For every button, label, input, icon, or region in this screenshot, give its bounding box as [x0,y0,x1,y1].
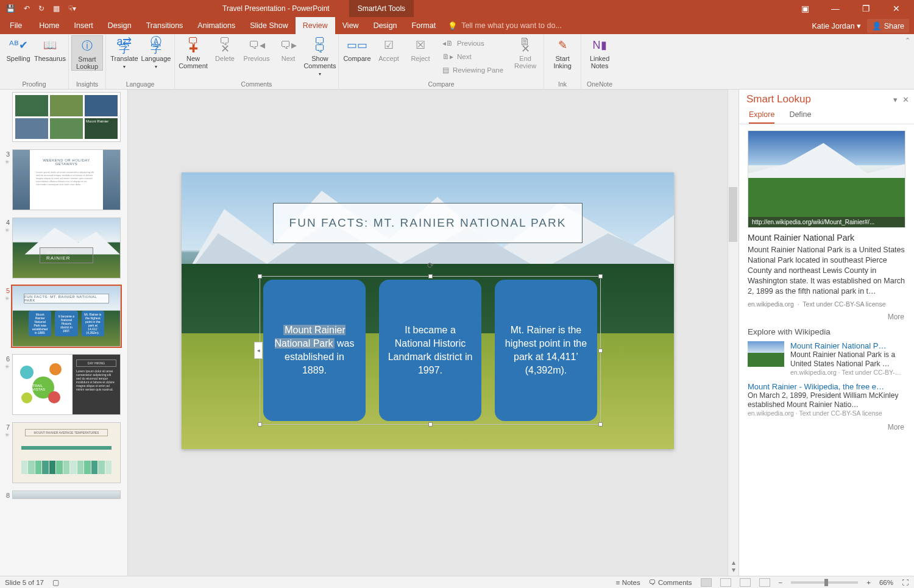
thumb-slide-3[interactable]: WEEKEND OR HOLIDAY GETAWAYS Lorem ipsum … [12,149,121,210]
start-from-beginning-icon[interactable]: ▦ [53,4,60,13]
quick-access-toolbar: 💾 ↶ ↻ ▦ ☟▾ [0,4,82,13]
result-source: en.wikipedia.org · Text under CC-BY-SA l… [748,300,905,308]
pane-close-icon[interactable]: ✕ [902,95,909,104]
more-link[interactable]: More [749,423,904,431]
text-pane-toggle[interactable]: ◂ [254,342,263,359]
wiki-title: Mount Rainier National P… [790,341,905,350]
tab-smartart-format[interactable]: Format [405,17,444,34]
smartart-card-2[interactable]: It became a National Historic Landmark d… [379,280,481,421]
tab-review[interactable]: Review [296,17,335,34]
comments-button[interactable]: 🗨 Comments [649,579,692,586]
smart-lookup-button[interactable]: ⓘSmart Lookup [71,35,103,71]
pane-options-icon[interactable]: ▾ [893,95,898,104]
reading-view-icon[interactable] [740,578,751,587]
user-name[interactable]: Katie Jordan ▾ [812,21,861,30]
thumb-number: 3✳ [2,149,10,210]
rotate-handle-icon[interactable]: ⟳ [427,261,434,270]
start-inking-button[interactable]: ✎Start Inking [547,35,578,69]
new-comment-button[interactable]: 🗨✚New Comment [177,35,209,69]
compare-next-button[interactable]: 🗎▸Next [439,50,507,63]
smartart-card-1[interactable]: Mount Rainier National Park was establis… [263,280,366,421]
tab-smartart-design[interactable]: Design [366,17,405,34]
result-heading[interactable]: Mount Rainier National Park [748,233,905,243]
fit-to-window-icon[interactable]: ⛶ [902,579,909,586]
thumb-slide-8[interactable] [12,491,121,499]
tab-animations[interactable]: Animations [190,17,243,34]
ink-icon: ✎ [554,37,571,54]
lookup-tabs: Explore Define [739,107,914,124]
group-proofing: ᴬᴮ✔Spelling 📖Thesaurus Proofing [0,34,69,89]
tab-explore[interactable]: Explore [749,110,774,124]
close-icon[interactable]: ✕ [882,4,910,13]
thumb-slide-5[interactable]: FUN FACTS: MT. RAINIER NATIONAL PARK Mou… [12,286,121,347]
minimize-icon[interactable]: — [821,4,849,13]
reviewing-pane-button[interactable]: ▤Reviewing Pane [439,63,507,77]
compare-button[interactable]: ▭▭Compare [341,35,373,62]
tab-home[interactable]: Home [32,17,66,34]
undo-icon[interactable]: ↶ [24,4,30,13]
lightbulb-icon: 💡 [448,21,458,30]
vertical-scrollbar[interactable]: ▴▾ [728,90,739,576]
translate-button[interactable]: a⇄字Translate▾ [108,35,140,71]
next-comment-button[interactable]: 🗨▸Next [272,35,304,62]
translate-icon: a⇄字 [116,37,133,54]
wiki-result-2[interactable]: Mount Rainier - Wikipedia, the free e… O… [748,382,905,417]
zoom-in-icon[interactable]: + [866,579,871,586]
thumb-slide-2[interactable]: Mount Rainier [12,92,121,142]
ribbon-display-options-icon[interactable]: ▣ [791,4,819,13]
tab-transitions[interactable]: Transitions [139,17,191,34]
smartart-card-3[interactable]: Mt. Rainer is the highest point in the p… [495,280,597,421]
redo-icon[interactable]: ↻ [38,4,44,13]
thumb-slide-7[interactable]: MOUNT RAINIER AVERAGE TEMPERATURES [12,422,121,483]
tab-define[interactable]: Define [789,110,811,124]
prev-icon: ◂🗎 [442,39,453,48]
show-comments-button[interactable]: 🗨🗨Show Comments▾ [304,35,336,78]
notes-button[interactable]: ≡ Notes [616,579,640,586]
slide-canvas[interactable]: FUN FACTS: MT. RAINIER NATIONAL PARK ⟳ ◂… [128,90,728,576]
tab-view[interactable]: View [335,17,366,34]
delete-comment-button[interactable]: 🗨✕Delete [209,35,241,62]
end-review-button[interactable]: 🗎✕End Review [509,35,541,69]
restore-icon[interactable]: ❐ [852,4,880,13]
wiki-result-1[interactable]: Mount Rainier National P… Mount Rainier … [748,341,905,376]
share-button[interactable]: 👤 Share [867,19,909,33]
slideshow-view-icon[interactable] [759,578,770,587]
tab-slideshow[interactable]: Slide Show [243,17,296,34]
zoom-level[interactable]: 66% [879,579,893,586]
accept-button[interactable]: ☑Accept [373,35,405,62]
linked-notes-button[interactable]: N▮Linked Notes [584,35,615,69]
spellcheck-status-icon[interactable]: ▢ [52,578,59,587]
zoom-out-icon[interactable]: − [779,579,783,586]
slide-thumbnails[interactable]: Mount Rainier 3✳ WEEKEND OR HOLIDAY GETA… [0,90,128,576]
zoom-slider[interactable] [791,581,858,584]
previous-comment-button[interactable]: 🗨◂Previous [241,35,272,62]
slide-indicator[interactable]: Slide 5 of 17 [5,579,44,586]
pane-title: Smart Lookup [746,93,893,105]
next-comment-icon: 🗨▸ [280,37,297,54]
result-hero-image[interactable]: http://en.wikipedia.org/wiki/Mount_Raini… [748,130,905,228]
thumb-slide-4[interactable]: MOUNT RAINIER [12,218,121,278]
tab-file[interactable]: File [0,17,32,34]
explore-heading: Explore with Wikipedia [748,327,905,336]
slide-title[interactable]: FUN FACTS: MT. RAINIER NATIONAL PARK [273,203,583,243]
reject-button[interactable]: ☒Reject [405,35,436,62]
group-language: a⇄字Translate▾ Ⓐ字Language▾ Language [106,34,175,89]
sorter-view-icon[interactable] [720,578,731,587]
tab-insert[interactable]: Insert [67,17,101,34]
spelling-button[interactable]: ᴬᴮ✔Spelling [2,35,34,62]
thumb-slide-6[interactable]: DAY HIKINGLorem ipsum dolor sit amet con… [12,354,121,415]
normal-view-icon[interactable] [701,578,712,587]
tell-me[interactable]: 💡 Tell me what you want to do... [448,21,562,30]
save-icon[interactable]: 💾 [6,4,15,13]
thesaurus-button[interactable]: 📖Thesaurus [34,35,66,62]
compare-previous-button[interactable]: ◂🗎Previous [439,37,507,50]
collapse-ribbon-icon[interactable]: ⌃ [901,34,914,89]
smartart-graphic[interactable]: ⟳ ◂ Mount Rainier National Park was esta… [263,280,597,421]
slide[interactable]: FUN FACTS: MT. RAINIER NATIONAL PARK ⟳ ◂… [182,172,674,449]
tab-design[interactable]: Design [101,17,139,34]
ribbon: ᴬᴮ✔Spelling 📖Thesaurus Proofing ⓘSmart L… [0,34,914,90]
contextual-tab-header: SmartArt Tools [349,0,414,17]
more-link[interactable]: More [749,313,904,321]
touch-mode-icon[interactable]: ☟▾ [68,4,76,13]
language-button[interactable]: Ⓐ字Language▾ [140,35,172,71]
